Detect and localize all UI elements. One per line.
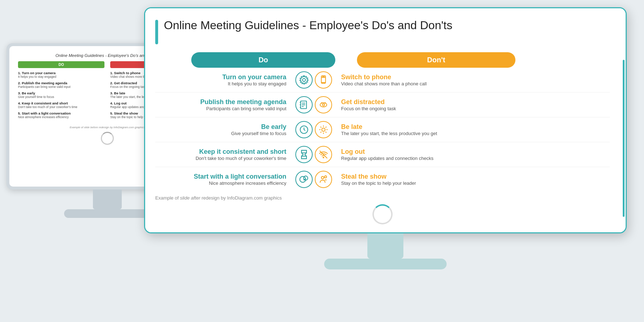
dont-main-label: Steal the show bbox=[341, 173, 610, 180]
do-main-label: Turn on your camera bbox=[155, 73, 286, 81]
guideline-row: Keep it consistent and short Don't take … bbox=[155, 142, 610, 167]
item-sub: Participants can bring some valid input bbox=[18, 85, 104, 89]
svg-point-1 bbox=[301, 77, 308, 84]
scrollbar-indicator[interactable] bbox=[623, 60, 625, 217]
svg-line-23 bbox=[326, 127, 327, 128]
back-do-header: DO bbox=[18, 61, 104, 68]
do-column-header: Do bbox=[191, 52, 335, 68]
dont-icon-eye bbox=[315, 96, 332, 113]
guideline-row: Start with a light conversation Nice atm… bbox=[155, 167, 610, 192]
svg-line-22 bbox=[326, 132, 327, 133]
item-sub: It helps you to stay engaged bbox=[18, 75, 104, 79]
do-text: Publish the meeting agenda Participants … bbox=[155, 98, 292, 111]
svg-point-0 bbox=[303, 79, 305, 81]
front-screen-outer: Online Meeting Guidelines - Employee's D… bbox=[144, 7, 627, 233]
dont-text: Be late The later you start, the less pr… bbox=[335, 123, 610, 136]
svg-line-21 bbox=[321, 127, 322, 128]
do-text: Be early Give yourself time to focus bbox=[155, 123, 292, 136]
dont-icon-person bbox=[315, 171, 332, 188]
dont-main-label: Get distracted bbox=[341, 98, 610, 106]
do-main-label: Publish the meeting agenda bbox=[155, 98, 286, 106]
do-main-label: Start with a light conversation bbox=[155, 173, 286, 180]
item-sub: Give yourself time to focus bbox=[18, 95, 104, 99]
footer-before: Example of bbox=[155, 195, 180, 201]
dont-sub-label: The later you start, the less productive… bbox=[341, 131, 610, 136]
svg-line-24 bbox=[321, 132, 322, 133]
footer-after: redesign by InfoDiagram.com graphics bbox=[200, 195, 282, 201]
dont-text: Get distracted Focus on the ongoing task bbox=[335, 98, 610, 111]
item-sub: Nice atmosphere increases efficiency bbox=[18, 115, 104, 119]
dont-sub-label: Stay on the topic to help your leader bbox=[341, 180, 610, 186]
center-icons bbox=[292, 171, 335, 188]
dont-text: Steal the show Stay on the topic to help… bbox=[335, 173, 610, 186]
list-item: 5. Start with a light conversation Nice … bbox=[18, 111, 104, 119]
list-item: 3. Be early Give yourself time to focus bbox=[18, 91, 104, 99]
do-icon-agenda bbox=[295, 96, 313, 113]
dont-main-label: Be late bbox=[341, 123, 610, 131]
slide-top: Online Meeting Guidelines - Employee's D… bbox=[155, 18, 610, 44]
item-title: 2. Publish the meeting agenda bbox=[18, 81, 104, 85]
col-headers: Do Don't bbox=[155, 52, 610, 68]
dont-icon-wifi bbox=[315, 146, 332, 163]
item-sub: Don't take too much of your coworker's t… bbox=[18, 105, 104, 109]
guideline-row: Be early Give yourself time to focus bbox=[155, 117, 610, 142]
loading-spinner-small bbox=[101, 132, 114, 145]
svg-point-33 bbox=[325, 176, 327, 178]
front-monitor: Online Meeting Guidelines - Employee's D… bbox=[144, 7, 627, 269]
front-screen-inner: Online Meeting Guidelines - Employee's D… bbox=[145, 8, 626, 232]
dont-sub-label: Regular app updates and connection check… bbox=[341, 156, 610, 161]
svg-point-14 bbox=[322, 104, 325, 106]
front-stand-base bbox=[324, 259, 447, 269]
dont-sub-label: Video chat shows more than a phone call bbox=[341, 81, 610, 86]
dont-sub-label: Focus on the ongoing task bbox=[341, 106, 610, 111]
teal-accent-bar bbox=[155, 20, 158, 44]
slide-footer: Example of slide after redesign by InfoD… bbox=[155, 195, 610, 201]
guidelines-table: Turn on your camera It helps you to stay… bbox=[155, 68, 610, 192]
center-icons bbox=[292, 71, 335, 89]
dont-column-header: Don't bbox=[357, 52, 515, 68]
center-icons bbox=[292, 146, 335, 163]
do-text: Start with a light conversation Nice atm… bbox=[155, 173, 292, 186]
front-stand-neck bbox=[367, 233, 403, 259]
svg-point-32 bbox=[321, 176, 324, 179]
do-icon-clock bbox=[295, 121, 313, 138]
list-item: 1. Turn on your camera It helps you to s… bbox=[18, 71, 104, 79]
dont-main-label: Log out bbox=[341, 148, 610, 156]
footer-slide-after: slide after bbox=[180, 195, 200, 201]
svg-point-16 bbox=[322, 128, 325, 131]
do-sub-label: It helps you to stay engaged bbox=[155, 81, 286, 86]
svg-point-13 bbox=[320, 103, 327, 107]
dont-text: Switch to phone Video chat shows more th… bbox=[335, 73, 610, 86]
guideline-row: Publish the meeting agenda Participants … bbox=[155, 93, 610, 117]
do-icon-chat bbox=[295, 171, 313, 188]
back-stand-neck bbox=[93, 189, 122, 209]
do-sub-label: Give yourself time to focus bbox=[155, 131, 286, 136]
list-item: 4. Keep it consistent and short Don't ta… bbox=[18, 101, 104, 109]
do-sub-label: Don't take too much of your coworker's t… bbox=[155, 156, 286, 161]
do-text: Keep it consistent and short Don't take … bbox=[155, 148, 292, 161]
item-title: 3. Be early bbox=[18, 91, 104, 95]
dont-icon-sunburst bbox=[315, 121, 332, 138]
do-sub-label: Participants can bring some valid input bbox=[155, 106, 286, 111]
do-main-label: Keep it consistent and short bbox=[155, 148, 286, 156]
back-do-col: DO 1. Turn on your camera It helps you t… bbox=[18, 61, 104, 121]
guideline-row: Turn on your camera It helps you to stay… bbox=[155, 68, 610, 93]
item-title: 4. Keep it consistent and short bbox=[18, 101, 104, 105]
svg-point-27 bbox=[323, 157, 324, 158]
loading-spinner-large bbox=[372, 204, 393, 224]
list-item: 2. Publish the meeting agenda Participan… bbox=[18, 81, 104, 89]
do-main-label: Be early bbox=[155, 123, 286, 131]
dont-icon-phone bbox=[315, 71, 332, 89]
back-stand-base bbox=[64, 209, 151, 218]
item-title: 5. Start with a light conversation bbox=[18, 111, 104, 115]
do-text: Turn on your camera It helps you to stay… bbox=[155, 73, 292, 86]
center-icons bbox=[292, 96, 335, 113]
do-icon-hourglass bbox=[295, 146, 313, 163]
do-sub-label: Nice atmosphere increases efficiency bbox=[155, 180, 286, 186]
item-title: 1. Turn on your camera bbox=[18, 71, 104, 75]
front-slide-title: Online Meeting Guidelines - Employee's D… bbox=[164, 18, 452, 32]
dont-main-label: Switch to phone bbox=[341, 73, 610, 81]
scene: Online Meeting Guidelines - Employee's D… bbox=[0, 0, 644, 322]
dont-text: Log out Regular app updates and connecti… bbox=[335, 148, 610, 161]
center-icons bbox=[292, 121, 335, 138]
